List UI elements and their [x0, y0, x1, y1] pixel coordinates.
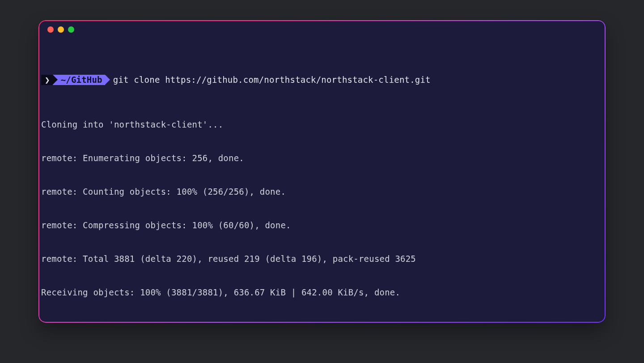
prompt-chevron-icon: ❯: [41, 75, 53, 85]
output-line: remote: Compressing objects: 100% (60/60…: [41, 220, 603, 231]
output-line: remote: Total 3881 (delta 220), reused 2…: [41, 253, 603, 265]
minimize-icon[interactable]: [58, 26, 64, 33]
maximize-icon[interactable]: [68, 26, 74, 33]
output-line: remote: Enumerating objects: 256, done.: [41, 153, 603, 164]
prompt-path: ~/GitHub: [53, 75, 105, 85]
terminal-window[interactable]: ❯ ~/GitHub git clone https://github.com/…: [38, 20, 606, 323]
output-line: remote: Counting objects: 100% (256/256)…: [41, 186, 603, 197]
output-line: Receiving objects: 100% (3881/3881), 636…: [41, 287, 603, 298]
traffic-lights: [40, 26, 604, 41]
close-icon[interactable]: [47, 26, 54, 33]
prompt-line-1: ❯ ~/GitHub git clone https://github.com/…: [41, 74, 603, 85]
command-text: git clone https://github.com/northstack/…: [113, 74, 431, 85]
terminal-content[interactable]: ❯ ~/GitHub git clone https://github.com/…: [40, 41, 604, 323]
output-line: Cloning into 'northstack-client'...: [41, 119, 603, 130]
output-line: Resolving deltas: 100% (2722/2722), done…: [41, 320, 603, 323]
